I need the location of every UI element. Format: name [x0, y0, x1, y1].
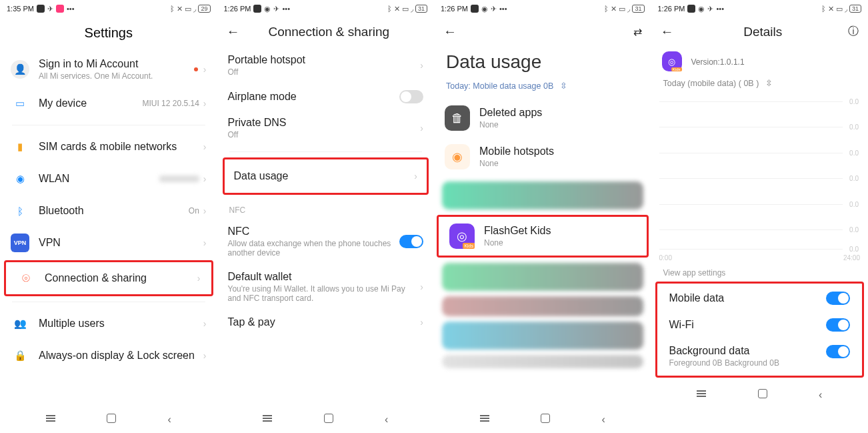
bluetooth-row[interactable]: ᛒ Bluetooth On ›	[0, 195, 217, 227]
chevron-right-icon: ›	[203, 141, 207, 152]
battery-icon: 29	[198, 5, 210, 13]
wifi-row[interactable]: Wi-Fi	[657, 312, 863, 338]
more-icon: •••	[499, 5, 507, 13]
connection-sharing-row[interactable]: ⦾ Connection & sharing ›	[4, 260, 213, 296]
wallet-title: Default wallet	[228, 271, 421, 283]
battery-icon: 31	[415, 5, 427, 13]
usage-filter-label: Today: Mobile data usage 0B	[446, 81, 553, 91]
nav-home-button[interactable]	[758, 389, 767, 401]
dns-row[interactable]: Private DNS Off ›	[217, 110, 435, 146]
chevron-right-icon: ›	[203, 205, 207, 216]
airplane-toggle[interactable]	[399, 90, 423, 103]
flashget-app-icon: ◎Kids	[662, 51, 682, 71]
chart-ytick: 0.0	[849, 175, 859, 182]
sim-card-icon: ▮	[11, 137, 29, 156]
swap-button[interactable]: ⇄	[626, 25, 642, 38]
mobile-data-toggle[interactable]	[826, 292, 850, 305]
sim-icon: ▭	[402, 5, 409, 13]
sign-in-title: Sign in to Mi Account	[39, 58, 194, 70]
chevron-right-icon: ›	[420, 123, 423, 133]
back-button[interactable]: ←	[227, 24, 243, 39]
mute-icon: ✕	[828, 5, 834, 13]
nav-recent-button[interactable]	[46, 414, 55, 426]
mobile-hotspots-row[interactable]: ◉ Mobile hotspots None	[434, 137, 651, 176]
status-time: 1:26 PM	[224, 5, 251, 13]
nfc-sub: Allow data exchange when the phone touch…	[228, 239, 400, 258]
mute-icon: ✕	[177, 5, 183, 13]
usage-filter-dropdown[interactable]: Today: Mobile data usage 0B ⇳	[434, 78, 651, 99]
tap-pay-row[interactable]: Tap & pay ›	[217, 310, 435, 335]
my-device-row[interactable]: ▭ My device MIUI 12 20.5.14 ›	[0, 87, 217, 119]
hotspot-row[interactable]: Portable hotspot Off ›	[217, 47, 435, 83]
nav-recent-button[interactable]	[480, 414, 489, 426]
send-icon: ✈	[47, 5, 53, 13]
flashget-kids-row[interactable]: ◎Kids FlashGet Kids None	[437, 215, 649, 258]
app-indicator-icon	[687, 5, 695, 13]
send-icon: ✈	[491, 5, 497, 13]
sign-in-row[interactable]: 👤 Sign in to Mi Account All Mi services.…	[0, 51, 217, 87]
info-button[interactable]: ⓘ	[843, 25, 859, 39]
nav-bar: ‹	[0, 406, 217, 433]
users-icon: 👥	[11, 314, 29, 333]
app-indicator-icon	[471, 5, 479, 13]
nav-bar: ‹	[217, 406, 435, 433]
sim-row[interactable]: ▮ SIM cards & mobile networks ›	[0, 131, 217, 163]
details-filter-dropdown[interactable]: Today (mobile data) ( 0B ) ⇳	[651, 75, 869, 96]
view-app-settings-link[interactable]: View app settings	[651, 264, 869, 280]
nfc-toggle[interactable]	[399, 235, 423, 248]
wallet-sub: You're using Mi Wallet. It allows you to…	[228, 284, 421, 303]
wlan-row[interactable]: ◉ WLAN ›	[0, 163, 217, 195]
multiple-users-row[interactable]: 👥 Multiple users ›	[0, 308, 217, 340]
page-title: Details	[683, 25, 843, 39]
data-usage-row[interactable]: Data usage ›	[223, 157, 429, 195]
status-bar: 1:26 PM ◉ ✈ ••• ᛒ ✕ ▭ ◞ 31	[434, 0, 651, 17]
dropdown-icon: ⇳	[560, 81, 567, 91]
nav-back-button[interactable]: ‹	[819, 389, 822, 401]
nav-home-button[interactable]	[541, 414, 550, 426]
nav-recent-button[interactable]	[697, 389, 706, 402]
airplane-row[interactable]: Airplane mode	[217, 83, 435, 110]
nav-home-button[interactable]	[324, 414, 333, 426]
nfc-row[interactable]: NFC Allow data exchange when the phone t…	[217, 219, 435, 264]
multiple-users-title: Multiple users	[39, 318, 203, 330]
device-icon: ▭	[11, 94, 29, 113]
deleted-apps-row[interactable]: 🗑 Deleted apps None	[434, 99, 651, 137]
wallet-row[interactable]: Default wallet You're using Mi Wallet. I…	[217, 264, 435, 310]
chevron-right-icon: ›	[203, 318, 207, 329]
bluetooth-icon: ᛒ	[821, 5, 826, 13]
trash-icon: 🗑	[445, 105, 470, 131]
more-icon: •••	[716, 5, 724, 13]
back-button[interactable]: ←	[661, 24, 677, 39]
bluetooth-icon: ᛒ	[604, 5, 609, 13]
app-indicator-icon	[253, 5, 261, 13]
wifi-icon: ◞	[193, 5, 196, 13]
usage-chart: 0.0 0.0 0.0 0.0 0.0 0.0 0.0 0:00 24:00	[659, 101, 861, 262]
blurred-app-row	[442, 296, 643, 316]
aod-row[interactable]: 🔒 Always-on display & Lock screen ›	[0, 340, 217, 372]
status-bar: 1:35 PM ✈ ••• ᛒ ✕ ▭ ◞ 29	[0, 0, 217, 17]
page-title: Data usage	[434, 41, 651, 78]
nav-recent-button[interactable]	[263, 414, 272, 426]
screen-settings: 1:35 PM ✈ ••• ᛒ ✕ ▭ ◞ 29 Settings 👤 Sign…	[0, 0, 217, 433]
background-data-row[interactable]: Background data Foreground 0B Background…	[657, 338, 863, 374]
nav-back-button[interactable]: ‹	[167, 414, 171, 426]
vpn-icon: VPN	[11, 234, 29, 252]
chevron-right-icon: ›	[414, 171, 417, 181]
bluetooth-icon: ᛒ	[11, 201, 29, 220]
wifi-toggle[interactable]	[826, 318, 850, 332]
app-version: Version:1.0.1.1	[691, 57, 745, 67]
mute-icon: ✕	[394, 5, 400, 13]
sim-icon: ▭	[185, 5, 191, 13]
mobile-data-row[interactable]: Mobile data	[657, 285, 863, 312]
mobile-hotspots-title: Mobile hotspots	[479, 145, 641, 157]
vpn-row[interactable]: VPN VPN ›	[0, 227, 217, 259]
nav-back-button[interactable]: ‹	[601, 414, 605, 426]
nav-home-button[interactable]	[107, 414, 116, 426]
bluetooth-icon: ᛒ	[387, 5, 392, 13]
chart-ytick: 0.0	[849, 123, 859, 131]
background-data-toggle[interactable]	[826, 345, 850, 358]
divider	[229, 151, 423, 152]
back-button[interactable]: ←	[443, 24, 459, 39]
aod-title: Always-on display & Lock screen	[39, 350, 203, 362]
nav-back-button[interactable]: ‹	[385, 414, 388, 426]
